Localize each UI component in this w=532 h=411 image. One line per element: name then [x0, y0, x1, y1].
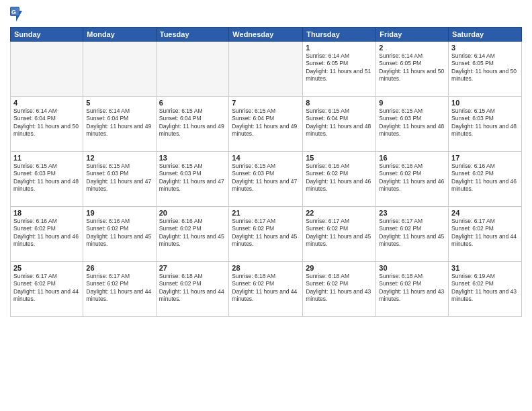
day-number: 31 [451, 264, 519, 272]
calendar-cell: 16Sunrise: 6:16 AMSunset: 6:02 PMDayligh… [376, 152, 449, 207]
day-number: 18 [13, 209, 80, 217]
day-header-tuesday: Tuesday [156, 28, 229, 42]
cell-info-text: Sunrise: 6:15 AM [232, 107, 300, 115]
cell-info-text: Daylight: 11 hours and 48 minutes. [379, 123, 445, 138]
day-number: 12 [86, 154, 152, 162]
calendar-cell: 6Sunrise: 6:15 AMSunset: 6:04 PMDaylight… [156, 97, 229, 152]
calendar-cell: 15Sunrise: 6:16 AMSunset: 6:02 PMDayligh… [303, 152, 376, 207]
day-header-wednesday: Wednesday [229, 28, 303, 42]
calendar-cell: 22Sunrise: 6:17 AMSunset: 6:02 PMDayligh… [303, 207, 376, 262]
cell-info-text: Sunset: 6:03 PM [232, 170, 300, 177]
day-header-thursday: Thursday [303, 28, 376, 42]
calendar-cell [83, 42, 156, 97]
day-number: 5 [86, 99, 152, 107]
cell-info-text: Sunrise: 6:17 AM [451, 218, 519, 225]
cell-info-text: Daylight: 11 hours and 46 minutes. [306, 178, 373, 193]
cell-info-text: Daylight: 11 hours and 45 minutes. [159, 233, 226, 248]
cell-info-text: Sunset: 6:02 PM [232, 280, 300, 287]
logo-icon: G [10, 7, 22, 21]
cell-info-text: Daylight: 11 hours and 46 minutes. [451, 178, 519, 193]
day-number: 10 [451, 99, 519, 107]
cell-info-text: Sunrise: 6:15 AM [13, 163, 80, 170]
cell-info-text: Daylight: 11 hours and 44 minutes. [159, 288, 226, 304]
cell-info-text: Daylight: 11 hours and 48 minutes. [306, 123, 373, 138]
day-header-sunday: Sunday [11, 28, 83, 42]
cell-info-text: Sunrise: 6:15 AM [379, 107, 445, 115]
day-number: 16 [379, 154, 445, 162]
cell-info-text: Sunrise: 6:14 AM [379, 52, 445, 60]
calendar-cell: 26Sunrise: 6:17 AMSunset: 6:02 PMDayligh… [83, 262, 156, 317]
day-number: 19 [86, 209, 152, 217]
cell-info-text: Sunrise: 6:15 AM [159, 107, 226, 115]
day-number: 30 [379, 264, 445, 272]
cell-info-text: Daylight: 11 hours and 49 minutes. [159, 123, 226, 138]
cell-info-text: Sunset: 6:04 PM [232, 115, 300, 122]
cell-info-text: Sunrise: 6:14 AM [86, 107, 152, 115]
day-number: 4 [13, 99, 80, 107]
cell-info-text: Daylight: 11 hours and 51 minutes. [306, 68, 373, 83]
cell-info-text: Sunset: 6:04 PM [13, 115, 80, 122]
page-header: G [10, 7, 522, 21]
calendar-cell: 1Sunrise: 6:14 AMSunset: 6:05 PMDaylight… [303, 42, 376, 97]
day-number: 28 [232, 264, 300, 272]
day-number: 9 [379, 99, 445, 107]
cell-info-text: Daylight: 11 hours and 46 minutes. [13, 233, 80, 248]
day-header-saturday: Saturday [449, 28, 522, 42]
cell-info-text: Sunset: 6:02 PM [379, 280, 445, 287]
cell-info-text: Daylight: 11 hours and 50 minutes. [451, 68, 519, 83]
cell-info-text: Sunrise: 6:15 AM [232, 163, 300, 170]
cell-info-text: Sunset: 6:03 PM [159, 170, 226, 177]
cell-info-text: Sunrise: 6:18 AM [306, 273, 373, 280]
cell-info-text: Daylight: 11 hours and 46 minutes. [379, 178, 445, 193]
calendar-cell: 29Sunrise: 6:18 AMSunset: 6:02 PMDayligh… [303, 262, 376, 317]
cell-info-text: Sunrise: 6:15 AM [451, 107, 519, 115]
day-number: 15 [306, 154, 373, 162]
cell-info-text: Sunrise: 6:18 AM [379, 273, 445, 280]
cell-info-text: Sunrise: 6:16 AM [13, 218, 80, 225]
calendar-cell: 11Sunrise: 6:15 AMSunset: 6:03 PMDayligh… [11, 152, 83, 207]
day-number: 17 [451, 154, 519, 162]
calendar-cell: 10Sunrise: 6:15 AMSunset: 6:03 PMDayligh… [449, 97, 522, 152]
calendar-cell [229, 42, 303, 97]
day-number: 29 [306, 264, 373, 272]
cell-info-text: Daylight: 11 hours and 44 minutes. [86, 288, 152, 304]
calendar-cell: 19Sunrise: 6:16 AMSunset: 6:02 PMDayligh… [83, 207, 156, 262]
calendar-table: SundayMondayTuesdayWednesdayThursdayFrid… [10, 27, 522, 317]
calendar-cell: 2Sunrise: 6:14 AMSunset: 6:05 PMDaylight… [376, 42, 449, 97]
cell-info-text: Sunset: 6:02 PM [379, 225, 445, 232]
cell-info-text: Sunrise: 6:18 AM [232, 273, 300, 280]
day-number: 2 [379, 44, 445, 52]
day-number: 21 [232, 209, 300, 217]
calendar-cell: 27Sunrise: 6:18 AMSunset: 6:02 PMDayligh… [156, 262, 229, 317]
calendar-cell [156, 42, 229, 97]
day-number: 14 [232, 154, 300, 162]
cell-info-text: Sunrise: 6:17 AM [13, 273, 80, 280]
cell-info-text: Sunrise: 6:16 AM [451, 163, 519, 170]
cell-info-text: Sunset: 6:04 PM [159, 115, 226, 122]
cell-info-text: Sunset: 6:02 PM [451, 170, 519, 177]
cell-info-text: Daylight: 11 hours and 44 minutes. [232, 288, 300, 304]
cell-info-text: Daylight: 11 hours and 44 minutes. [13, 288, 80, 304]
cell-info-text: Daylight: 11 hours and 45 minutes. [86, 233, 152, 248]
cell-info-text: Sunset: 6:03 PM [451, 115, 519, 122]
calendar-cell: 12Sunrise: 6:15 AMSunset: 6:03 PMDayligh… [83, 152, 156, 207]
cell-info-text: Sunset: 6:02 PM [306, 170, 373, 177]
calendar-cell: 8Sunrise: 6:15 AMSunset: 6:04 PMDaylight… [303, 97, 376, 152]
week-row-5: 25Sunrise: 6:17 AMSunset: 6:02 PMDayligh… [11, 262, 522, 317]
calendar-cell: 20Sunrise: 6:16 AMSunset: 6:02 PMDayligh… [156, 207, 229, 262]
cell-info-text: Daylight: 11 hours and 50 minutes. [379, 68, 445, 83]
cell-info-text: Daylight: 11 hours and 45 minutes. [306, 233, 373, 248]
cell-info-text: Sunset: 6:02 PM [232, 225, 300, 232]
cell-info-text: Daylight: 11 hours and 48 minutes. [451, 123, 519, 138]
calendar-cell: 31Sunrise: 6:19 AMSunset: 6:02 PMDayligh… [449, 262, 522, 317]
cell-info-text: Daylight: 11 hours and 44 minutes. [451, 233, 519, 248]
cell-info-text: Sunrise: 6:17 AM [306, 218, 373, 225]
day-number: 6 [159, 99, 226, 107]
svg-text:G: G [11, 9, 16, 15]
cell-info-text: Sunrise: 6:19 AM [451, 273, 519, 280]
cell-info-text: Sunrise: 6:17 AM [379, 218, 445, 225]
calendar-cell: 24Sunrise: 6:17 AMSunset: 6:02 PMDayligh… [449, 207, 522, 262]
calendar-cell [11, 42, 83, 97]
cell-info-text: Daylight: 11 hours and 49 minutes. [86, 123, 152, 138]
cell-info-text: Daylight: 11 hours and 49 minutes. [232, 123, 300, 138]
